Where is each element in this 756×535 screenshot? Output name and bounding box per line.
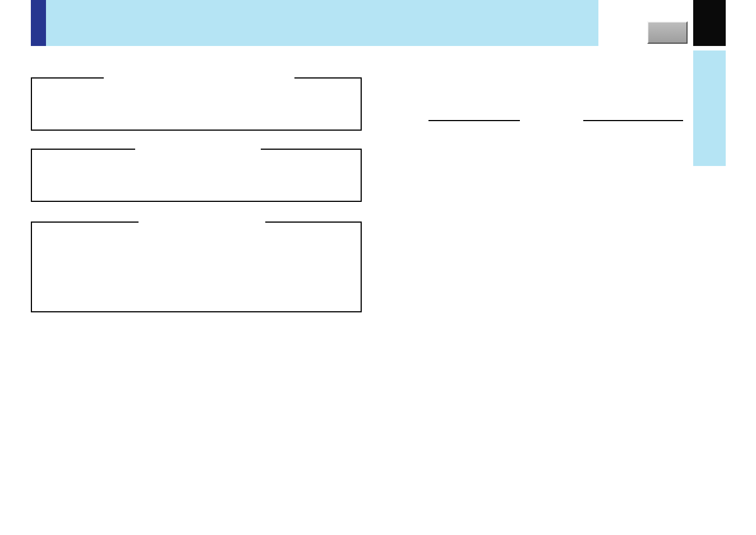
section-box-3	[31, 222, 362, 312]
top-banner	[31, 0, 598, 46]
section-box-2	[31, 149, 362, 202]
side-tab	[693, 50, 726, 166]
header-button[interactable]	[647, 21, 688, 44]
page	[0, 0, 756, 535]
underline-2	[583, 120, 683, 121]
section-box-1-label-gap	[104, 77, 294, 80]
top-banner-accent	[31, 0, 46, 46]
underline-1	[428, 120, 520, 121]
section-box-1	[31, 77, 362, 131]
section-box-3-label-gap	[139, 222, 265, 224]
section-box-2-label-gap	[135, 149, 261, 151]
top-banner-corner	[693, 0, 726, 46]
